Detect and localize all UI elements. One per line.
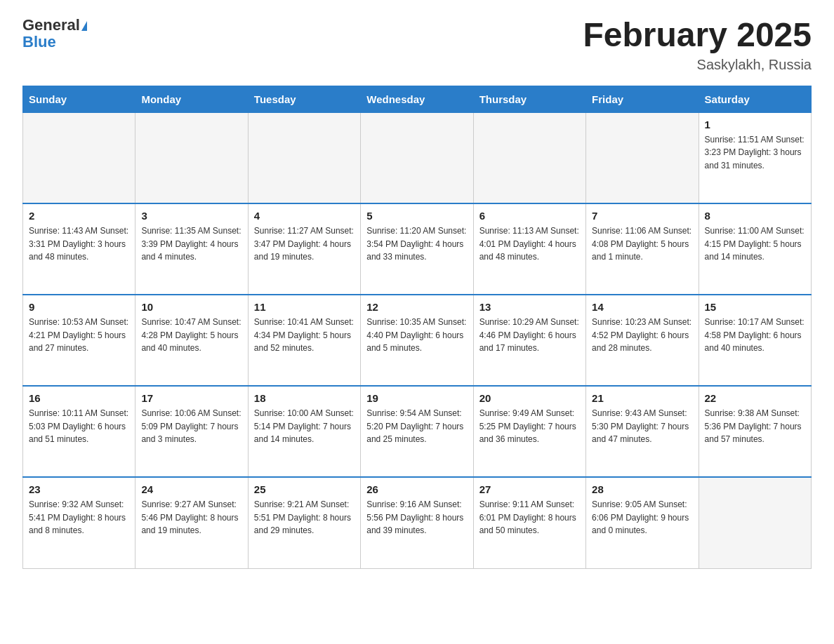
day-info: Sunrise: 10:53 AM Sunset: 4:21 PM Daylig… [29,316,129,355]
day-number: 18 [254,392,355,404]
day-number: 9 [29,301,129,313]
day-info: Sunrise: 9:49 AM Sunset: 5:25 PM Dayligh… [479,407,580,446]
table-row: 8Sunrise: 11:00 AM Sunset: 4:15 PM Dayli… [699,203,811,295]
table-row: 1Sunrise: 11:51 AM Sunset: 3:23 PM Dayli… [699,112,811,203]
day-number: 26 [366,483,467,495]
header-thursday: Thursday [473,86,585,112]
table-row: 14Sunrise: 10:23 AM Sunset: 4:52 PM Dayl… [586,295,699,386]
logo-general-text: General [22,16,80,34]
calendar-title: February 2025 [583,17,812,54]
table-row: 25Sunrise: 9:21 AM Sunset: 5:51 PM Dayli… [248,477,360,568]
day-number: 3 [141,210,241,222]
table-row: 23Sunrise: 9:32 AM Sunset: 5:41 PM Dayli… [23,477,135,568]
header-tuesday: Tuesday [248,86,360,112]
day-info: Sunrise: 11:06 AM Sunset: 4:08 PM Daylig… [592,224,692,264]
day-number: 13 [479,301,580,313]
day-number: 17 [141,392,241,404]
day-info: Sunrise: 9:32 AM Sunset: 5:41 PM Dayligh… [29,498,129,537]
table-row: 15Sunrise: 10:17 AM Sunset: 4:58 PM Dayl… [699,295,811,386]
day-number: 7 [592,210,692,222]
table-row [135,112,248,203]
day-number: 16 [29,392,129,404]
table-row: 27Sunrise: 9:11 AM Sunset: 6:01 PM Dayli… [473,477,585,568]
day-number: 28 [592,483,692,495]
table-row: 24Sunrise: 9:27 AM Sunset: 5:46 PM Dayli… [135,477,248,568]
table-row: 17Sunrise: 10:06 AM Sunset: 5:09 PM Dayl… [135,386,248,477]
table-row: 4Sunrise: 11:27 AM Sunset: 3:47 PM Dayli… [248,203,360,295]
table-row: 21Sunrise: 9:43 AM Sunset: 5:30 PM Dayli… [586,386,699,477]
table-row: 26Sunrise: 9:16 AM Sunset: 5:56 PM Dayli… [361,477,473,568]
day-number: 21 [592,392,692,404]
calendar-week-row: 23Sunrise: 9:32 AM Sunset: 5:41 PM Dayli… [23,477,812,568]
day-number: 25 [254,483,355,495]
table-row: 22Sunrise: 9:38 AM Sunset: 5:36 PM Dayli… [699,386,811,477]
header-monday: Monday [135,86,248,112]
day-info: Sunrise: 11:51 AM Sunset: 3:23 PM Daylig… [705,133,805,173]
day-info: Sunrise: 10:11 AM Sunset: 5:03 PM Daylig… [29,407,129,446]
table-row: 13Sunrise: 10:29 AM Sunset: 4:46 PM Dayl… [473,295,585,386]
day-number: 15 [705,301,805,313]
day-number: 6 [479,210,580,222]
table-row: 28Sunrise: 9:05 AM Sunset: 6:06 PM Dayli… [586,477,699,568]
table-row [361,112,473,203]
header-friday: Friday [586,86,699,112]
day-number: 19 [366,392,467,404]
logo: General Blue [22,17,87,51]
day-number: 11 [254,301,355,313]
day-number: 24 [141,483,241,495]
day-info: Sunrise: 11:27 AM Sunset: 3:47 PM Daylig… [254,224,355,264]
day-number: 10 [141,301,241,313]
day-info: Sunrise: 10:35 AM Sunset: 4:40 PM Daylig… [366,316,467,355]
day-info: Sunrise: 10:29 AM Sunset: 4:46 PM Daylig… [479,316,580,355]
table-row [248,112,360,203]
day-info: Sunrise: 10:06 AM Sunset: 5:09 PM Daylig… [141,407,241,446]
table-row: 6Sunrise: 11:13 AM Sunset: 4:01 PM Dayli… [473,203,585,295]
calendar-week-row: 1Sunrise: 11:51 AM Sunset: 3:23 PM Dayli… [23,112,812,203]
table-row: 20Sunrise: 9:49 AM Sunset: 5:25 PM Dayli… [473,386,585,477]
table-row: 3Sunrise: 11:35 AM Sunset: 3:39 PM Dayli… [135,203,248,295]
table-row: 9Sunrise: 10:53 AM Sunset: 4:21 PM Dayli… [23,295,135,386]
day-info: Sunrise: 9:27 AM Sunset: 5:46 PM Dayligh… [141,498,241,537]
day-info: Sunrise: 10:17 AM Sunset: 4:58 PM Daylig… [705,316,805,355]
table-row [699,477,811,568]
day-info: Sunrise: 9:54 AM Sunset: 5:20 PM Dayligh… [366,407,467,446]
day-info: Sunrise: 10:00 AM Sunset: 5:14 PM Daylig… [254,407,355,446]
table-row: 11Sunrise: 10:41 AM Sunset: 4:34 PM Dayl… [248,295,360,386]
day-info: Sunrise: 9:38 AM Sunset: 5:36 PM Dayligh… [705,407,805,446]
calendar-week-row: 9Sunrise: 10:53 AM Sunset: 4:21 PM Dayli… [23,295,812,386]
day-number: 8 [705,210,805,222]
day-number: 1 [705,119,805,130]
calendar-week-row: 2Sunrise: 11:43 AM Sunset: 3:31 PM Dayli… [23,203,812,295]
day-number: 27 [479,483,580,495]
header-wednesday: Wednesday [361,86,473,112]
day-info: Sunrise: 9:43 AM Sunset: 5:30 PM Dayligh… [592,407,692,446]
table-row: 19Sunrise: 9:54 AM Sunset: 5:20 PM Dayli… [361,386,473,477]
day-number: 2 [29,210,129,222]
table-row [473,112,585,203]
calendar-subtitle: Saskylakh, Russia [583,57,812,73]
logo-blue-text: Blue [22,34,87,51]
title-block: February 2025 Saskylakh, Russia [583,17,812,73]
day-info: Sunrise: 10:23 AM Sunset: 4:52 PM Daylig… [592,316,692,355]
day-number: 4 [254,210,355,222]
day-info: Sunrise: 11:13 AM Sunset: 4:01 PM Daylig… [479,224,580,264]
day-info: Sunrise: 10:47 AM Sunset: 4:28 PM Daylig… [141,316,241,355]
table-row: 16Sunrise: 10:11 AM Sunset: 5:03 PM Dayl… [23,386,135,477]
table-row: 18Sunrise: 10:00 AM Sunset: 5:14 PM Dayl… [248,386,360,477]
day-info: Sunrise: 9:16 AM Sunset: 5:56 PM Dayligh… [366,498,467,537]
day-info: Sunrise: 11:43 AM Sunset: 3:31 PM Daylig… [29,224,129,264]
table-row: 7Sunrise: 11:06 AM Sunset: 4:08 PM Dayli… [586,203,699,295]
day-info: Sunrise: 11:20 AM Sunset: 3:54 PM Daylig… [366,224,467,264]
table-row: 5Sunrise: 11:20 AM Sunset: 3:54 PM Dayli… [361,203,473,295]
day-info: Sunrise: 9:05 AM Sunset: 6:06 PM Dayligh… [592,498,692,537]
day-info: Sunrise: 11:35 AM Sunset: 3:39 PM Daylig… [141,224,241,264]
table-row: 12Sunrise: 10:35 AM Sunset: 4:40 PM Dayl… [361,295,473,386]
day-info: Sunrise: 9:11 AM Sunset: 6:01 PM Dayligh… [479,498,580,537]
day-info: Sunrise: 10:41 AM Sunset: 4:34 PM Daylig… [254,316,355,355]
day-number: 20 [479,392,580,404]
day-number: 22 [705,392,805,404]
header-saturday: Saturday [699,86,811,112]
header-sunday: Sunday [23,86,135,112]
logo-triangle-icon [81,21,87,31]
table-row [586,112,699,203]
